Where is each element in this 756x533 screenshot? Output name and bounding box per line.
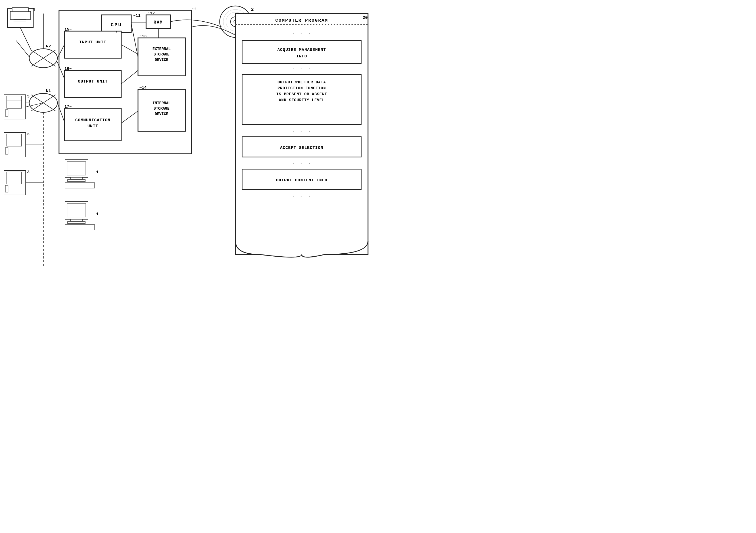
- svg-point-92: [223, 10, 248, 34]
- svg-rect-67: [7, 172, 22, 184]
- svg-text:ACQUIRE MANAGEMENT: ACQUIRE MANAGEMENT: [277, 48, 326, 52]
- svg-line-71: [26, 103, 43, 107]
- svg-rect-75: [67, 162, 86, 175]
- svg-text:INFO: INFO: [296, 54, 307, 59]
- svg-line-36: [31, 50, 55, 66]
- svg-text:1: 1: [96, 170, 98, 175]
- svg-rect-49: [8, 9, 33, 28]
- svg-rect-0: [59, 10, 192, 154]
- svg-text:OUTPUT WHETHER DATA: OUTPUT WHETHER DATA: [278, 80, 326, 84]
- svg-rect-84: [68, 221, 85, 224]
- svg-text:· · ·: · · ·: [292, 66, 312, 72]
- svg-text:UNIT: UNIT: [87, 124, 98, 128]
- svg-text:~12: ~12: [148, 11, 155, 16]
- diagram: CPU ~11 RAM ~12 INPUT UNIT 15~ OUTPUT UN…: [0, 0, 378, 266]
- svg-rect-78: [65, 183, 95, 188]
- svg-rect-22: [138, 89, 185, 131]
- svg-rect-81: [65, 202, 88, 219]
- svg-line-55: [20, 28, 31, 50]
- svg-text:4: 4: [33, 7, 35, 12]
- svg-rect-4: [146, 15, 171, 28]
- svg-text:· · ·: · · ·: [292, 128, 312, 134]
- svg-text:· · ·: · · ·: [292, 161, 312, 166]
- svg-rect-57: [7, 96, 22, 108]
- svg-text:16~: 16~: [65, 67, 72, 71]
- svg-text:ACCEPT SELECTION: ACCEPT SELECTION: [280, 146, 323, 150]
- svg-text:OUTPUT UNIT: OUTPUT UNIT: [78, 79, 108, 84]
- svg-text:EXTERNAL: EXTERNAL: [152, 47, 171, 51]
- svg-rect-13: [65, 108, 121, 141]
- svg-text:3: 3: [27, 94, 30, 99]
- svg-line-35: [31, 50, 55, 66]
- svg-text:~11: ~11: [133, 14, 140, 18]
- svg-text:3: 3: [27, 170, 30, 175]
- svg-text:RAM: RAM: [154, 20, 163, 25]
- svg-rect-61: [4, 133, 26, 157]
- svg-rect-111: [242, 169, 361, 189]
- svg-line-43: [57, 62, 65, 78]
- svg-text:INPUT UNIT: INPUT UNIT: [79, 40, 106, 45]
- svg-text:CPU: CPU: [111, 22, 122, 28]
- svg-text:~1: ~1: [192, 7, 197, 12]
- svg-rect-51: [12, 8, 28, 12]
- svg-rect-76: [70, 177, 83, 180]
- svg-rect-50: [10, 12, 31, 19]
- connection-lines: CPU ~11 RAM ~12 INPUT UNIT 15~ OUTPUT UN…: [0, 0, 378, 266]
- svg-rect-62: [7, 134, 22, 146]
- svg-rect-108: [242, 137, 361, 157]
- svg-point-38: [29, 93, 57, 112]
- svg-rect-94: [235, 14, 368, 254]
- svg-rect-69: [5, 185, 8, 192]
- svg-line-39: [31, 95, 55, 111]
- svg-rect-77: [68, 180, 85, 182]
- svg-rect-102: [242, 74, 361, 125]
- svg-rect-64: [5, 148, 8, 154]
- svg-text:20: 20: [363, 15, 368, 20]
- svg-line-32: [121, 70, 138, 84]
- svg-point-90: [234, 20, 237, 23]
- svg-rect-17: [138, 38, 185, 76]
- svg-rect-7: [65, 31, 121, 58]
- svg-rect-59: [5, 110, 8, 116]
- svg-rect-1: [101, 15, 131, 33]
- svg-text:· · ·: · · ·: [292, 194, 312, 199]
- svg-text:INTERNAL: INTERNAL: [152, 101, 171, 105]
- svg-line-44: [57, 103, 65, 122]
- svg-text:PROTECTION FUNCTION: PROTECTION FUNCTION: [278, 86, 326, 90]
- svg-text:N1: N1: [46, 89, 51, 93]
- svg-text:AND SECURITY LEVEL: AND SECURITY LEVEL: [279, 98, 324, 102]
- svg-point-89: [230, 17, 240, 27]
- svg-text:· · ·: · · ·: [292, 31, 312, 37]
- svg-text:COMMUNICATION: COMMUNICATION: [75, 118, 110, 123]
- svg-text:3: 3: [27, 132, 30, 137]
- svg-text:DEVICE: DEVICE: [155, 112, 168, 116]
- svg-line-47: [16, 41, 29, 57]
- svg-line-29: [131, 24, 138, 57]
- svg-text:15~: 15~: [65, 27, 72, 32]
- svg-point-91: [226, 12, 245, 31]
- svg-text:DEVICE: DEVICE: [155, 58, 168, 62]
- svg-line-40: [31, 95, 55, 111]
- svg-text:COMPUTER PROGRAM: COMPUTER PROGRAM: [275, 18, 328, 23]
- svg-point-88: [220, 6, 251, 37]
- svg-point-34: [29, 49, 57, 68]
- svg-rect-66: [4, 171, 26, 195]
- svg-text:~14: ~14: [139, 86, 147, 90]
- svg-text:OUTPUT CONTENT INFO: OUTPUT CONTENT INFO: [276, 178, 327, 183]
- svg-text:~13: ~13: [139, 34, 147, 39]
- svg-text:N2: N2: [46, 44, 51, 49]
- svg-line-31: [121, 45, 138, 54]
- svg-text:STORAGE: STORAGE: [154, 106, 170, 111]
- svg-rect-56: [4, 95, 26, 119]
- svg-rect-74: [65, 160, 88, 177]
- svg-line-42: [57, 45, 65, 58]
- svg-rect-98: [242, 41, 361, 64]
- svg-rect-82: [67, 204, 86, 217]
- svg-rect-83: [70, 219, 83, 221]
- svg-text:17~: 17~: [65, 104, 72, 109]
- svg-text:IS PRESENT OR ABSENT: IS PRESENT OR ABSENT: [276, 92, 327, 97]
- svg-text:2: 2: [251, 7, 254, 12]
- svg-rect-85: [65, 225, 95, 230]
- svg-text:STORAGE: STORAGE: [154, 52, 170, 57]
- svg-line-33: [121, 111, 138, 123]
